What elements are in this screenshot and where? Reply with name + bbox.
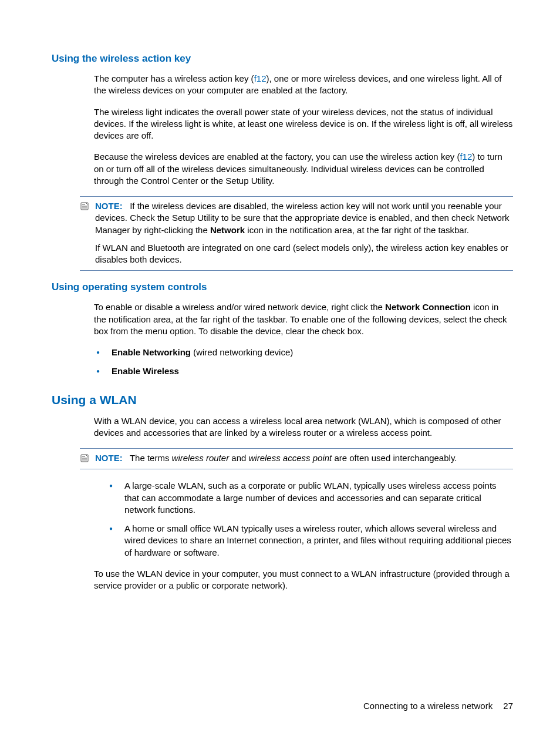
paragraph: If WLAN and Bluetooth are integrated on … [95, 242, 513, 266]
list-item: A large-scale WLAN, such as a corporate … [107, 480, 513, 516]
paragraph: With a WLAN device, you can access a wir… [94, 415, 513, 439]
section-body: With a WLAN device, you can access a wir… [94, 415, 513, 439]
document-page: Using the wireless action key The comput… [0, 0, 560, 746]
link-f12[interactable]: f12 [254, 73, 266, 83]
bold-text: Network Connection [385, 302, 471, 312]
heading-wireless-action-key: Using the wireless action key [52, 53, 513, 65]
paragraph: To use the WLAN device in your computer,… [94, 568, 513, 592]
page-footer: Connecting to a wireless network 27 [363, 701, 513, 711]
bullet-list: A large-scale WLAN, such as a corporate … [107, 480, 513, 559]
note-body: NOTE: The terms wireless router and wire… [95, 452, 513, 464]
text: Because the wireless devices are enabled… [94, 152, 460, 162]
list-item: A home or small office WLAN typically us… [107, 523, 513, 559]
text: are often used interchangeably. [332, 453, 457, 463]
text: The computer has a wireless action key ( [94, 73, 254, 83]
note-callout: NOTE: If the wireless devices are disabl… [80, 196, 513, 271]
section-body: A large-scale WLAN, such as a corporate … [94, 480, 513, 592]
note-icon [80, 453, 92, 463]
text: The terms [130, 453, 172, 463]
list-item: Enable Networking (wired networking devi… [94, 347, 513, 358]
section-body: To enable or disable a wireless and/or w… [94, 301, 513, 377]
footer-text: Connecting to a wireless network [363, 701, 492, 711]
paragraph: Because the wireless devices are enabled… [94, 151, 513, 187]
note-label: NOTE: [95, 453, 123, 463]
link-f12[interactable]: f12 [460, 152, 472, 162]
bold-text: Enable Wireless [112, 366, 179, 376]
paragraph: The computer has a wireless action key (… [94, 73, 513, 97]
note-label: NOTE: [95, 201, 123, 211]
text: and [229, 453, 248, 463]
paragraph: The wireless light indicates the overall… [94, 106, 513, 142]
bullet-list: Enable Networking (wired networking devi… [94, 347, 513, 378]
bold-text: Network [210, 225, 245, 235]
text: To enable or disable a wireless and/or w… [94, 302, 385, 312]
italic-text: wireless router [172, 453, 230, 463]
italic-text: wireless access point [249, 453, 332, 463]
heading-using-wlan: Using a WLAN [52, 393, 513, 407]
heading-os-controls: Using operating system controls [52, 281, 513, 293]
section-body: The computer has a wireless action key (… [94, 73, 513, 187]
note-body: NOTE: If the wireless devices are disabl… [95, 200, 513, 266]
note-callout: NOTE: The terms wireless router and wire… [80, 448, 513, 469]
paragraph: To enable or disable a wireless and/or w… [94, 301, 513, 337]
text: icon in the notification area, at the fa… [245, 225, 469, 235]
note-icon [80, 201, 92, 211]
bold-text: Enable Networking [112, 347, 191, 357]
text: (wired networking device) [191, 347, 293, 357]
list-item: Enable Wireless [94, 365, 513, 377]
page-number: 27 [503, 701, 513, 711]
